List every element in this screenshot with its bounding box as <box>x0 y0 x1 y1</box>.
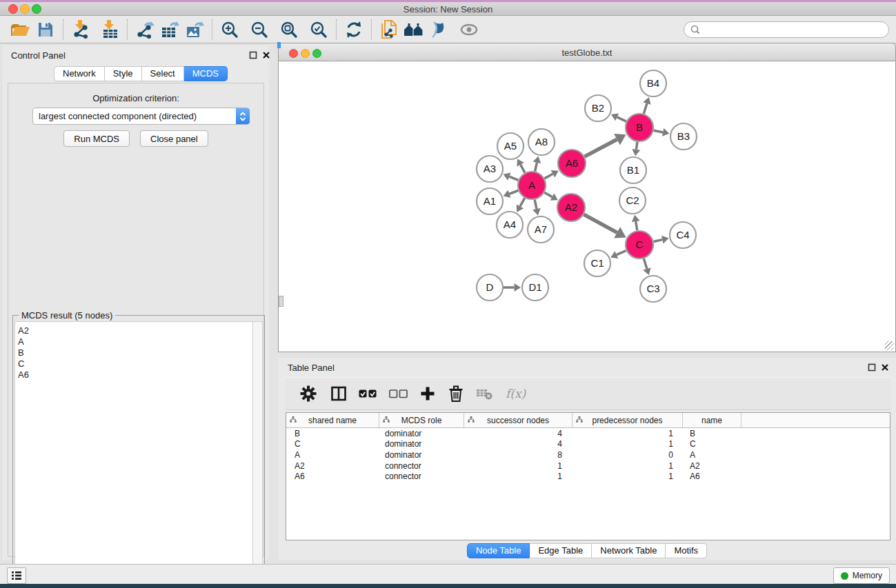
result-item[interactable]: A6 <box>15 369 255 381</box>
graph-edge-A-A8[interactable] <box>535 163 537 172</box>
zoom-in-button[interactable] <box>217 18 242 41</box>
graph-edge-A6-B[interactable] <box>585 139 617 156</box>
delete-column-button[interactable] <box>448 385 464 403</box>
table-tab-node-table[interactable]: Node Table <box>467 543 530 558</box>
save-session-button[interactable] <box>33 18 58 41</box>
toolbar-separator <box>212 19 212 40</box>
resize-grip-icon[interactable] <box>885 341 894 350</box>
graph-edge-A-A2[interactable] <box>544 192 552 196</box>
task-history-button[interactable] <box>7 567 26 584</box>
table-cell: A2 <box>286 461 379 471</box>
import-table-button[interactable] <box>97 18 122 41</box>
graph-edge-A-A6[interactable] <box>544 174 552 179</box>
graph-edge-A-A3[interactable] <box>509 176 518 180</box>
column-header-shared-name[interactable]: shared name <box>286 413 379 427</box>
float-panel-icon[interactable] <box>868 363 876 372</box>
run-mcds-button[interactable]: Run MCDS <box>63 130 130 147</box>
show-graphics-details-button[interactable] <box>457 18 481 41</box>
houses-icon <box>404 21 424 38</box>
graph-node-label-B1: B1 <box>627 164 639 176</box>
graph-edge-B-B2[interactable] <box>617 117 626 121</box>
column-header-successor-nodes[interactable]: successor nodes <box>464 413 573 427</box>
result-item[interactable]: B <box>15 347 255 358</box>
open-session-button[interactable] <box>8 18 33 41</box>
table-row-a[interactable]: Adominator80A <box>286 449 890 460</box>
graph-edge-C-C3[interactable] <box>644 258 647 269</box>
graph-edge-A-A1[interactable] <box>509 190 518 194</box>
graph-edge-B-B4[interactable] <box>644 103 647 114</box>
search-box[interactable] <box>684 21 889 38</box>
table-body: Bdominator41BCdominator41CAdominator80AA… <box>286 428 890 482</box>
result-item[interactable]: A2 <box>15 325 255 336</box>
table-row-b[interactable]: Bdominator41B <box>286 428 890 439</box>
table-tab-network-table[interactable]: Network Table <box>592 543 666 558</box>
zoom-in-icon <box>221 21 239 39</box>
table-cell: 4 <box>464 429 573 438</box>
graph-edge-C-C1[interactable] <box>617 250 626 254</box>
tab-select[interactable]: Select <box>142 66 184 81</box>
graph-edge-A-A5[interactable] <box>521 165 525 173</box>
import-network-button[interactable] <box>68 18 93 41</box>
graph-node-label-D1: D1 <box>528 281 541 293</box>
memory-button[interactable]: Memory <box>833 567 890 584</box>
float-panel-icon[interactable] <box>249 51 257 59</box>
tab-mcds[interactable]: MCDS <box>184 66 228 81</box>
graph-edge-B-B1[interactable] <box>636 142 637 150</box>
column-header-mcds-role[interactable]: MCDS role <box>379 413 464 427</box>
delete-table-button[interactable] <box>476 387 494 401</box>
result-item[interactable]: C <box>15 358 255 369</box>
divider-handle[interactable] <box>279 296 283 307</box>
tab-style[interactable]: Style <box>105 66 142 81</box>
tab-network[interactable]: Network <box>54 66 105 81</box>
graph-edge-A2-C[interactable] <box>584 214 617 232</box>
zoom-out-button[interactable] <box>247 18 272 41</box>
new-network-from-file-button[interactable] <box>377 18 401 41</box>
export-table-icon <box>161 21 179 39</box>
column-layout-button[interactable] <box>330 385 347 402</box>
column-header-predecessor-nodes[interactable]: predecessor nodes <box>573 413 683 427</box>
export-image-button[interactable] <box>182 18 207 41</box>
close-panel-icon[interactable] <box>262 51 270 59</box>
columns-icon <box>330 385 347 402</box>
search-input[interactable] <box>703 23 888 37</box>
table-settings-button[interactable] <box>300 385 317 402</box>
hide-graphics-details-button[interactable] <box>426 18 451 41</box>
function-builder-button[interactable]: f(x) <box>506 387 526 401</box>
graph-edge-B-B3[interactable] <box>654 130 664 132</box>
close-panel-button[interactable]: Close panel <box>140 130 208 147</box>
zoom-selected-button[interactable] <box>306 18 331 41</box>
titlebar[interactable]: Session: New Session <box>0 2 896 16</box>
graph-arrowhead-icon <box>632 149 640 156</box>
table-row-a2[interactable]: A2connector11A2 <box>286 460 890 472</box>
result-item[interactable]: A <box>15 336 255 347</box>
unchecked-boxes-icon <box>389 387 408 400</box>
table-tab-motifs[interactable]: Motifs <box>666 543 707 558</box>
optimization-criterion-dropdown[interactable]: largest connected component (directed) <box>32 108 250 125</box>
export-table-button[interactable] <box>157 18 182 41</box>
zoom-out-icon <box>250 21 268 39</box>
graph-node-label-C3: C3 <box>646 283 659 294</box>
table-row-c[interactable]: Cdominator41C <box>286 439 890 450</box>
refresh-button[interactable] <box>341 18 366 41</box>
network-graph[interactable]: B4B2BB3A8A5A6A3B1AC2A1A2A4A7C4CC1DD1C3 <box>279 61 895 352</box>
graph-edge-A-A7[interactable] <box>535 200 537 210</box>
select-all-columns-button[interactable] <box>359 387 377 400</box>
mcds-result-list[interactable]: A2ABCA6 <box>14 321 255 588</box>
zoom-fit-button[interactable] <box>277 18 301 41</box>
export-network-button[interactable] <box>132 18 157 41</box>
network-canvas[interactable]: B4B2BB3A8A5A6A3B1AC2A1A2A4A7C4CC1DD1C3 <box>278 61 896 352</box>
show-all-networks-button[interactable] <box>401 18 426 41</box>
close-panel-icon[interactable] <box>881 363 889 372</box>
create-column-button[interactable] <box>419 385 436 402</box>
table-tab-edge-table[interactable]: Edge Table <box>530 543 592 558</box>
graph-edge-A-A4[interactable] <box>520 198 525 206</box>
graph-edge-C-C4[interactable] <box>653 240 662 242</box>
import-network-icon <box>72 20 90 39</box>
network-window-titlebar[interactable]: testGlobe.txt <box>278 43 896 61</box>
deselect-all-columns-button[interactable] <box>389 387 408 400</box>
graph-node-label-B2: B2 <box>592 102 604 114</box>
column-header-name[interactable]: name <box>683 413 741 427</box>
result-list-scrollbar[interactable] <box>252 321 263 588</box>
table-row-a6[interactable]: A6connector11A6 <box>286 471 890 482</box>
graph-edge-C-C2[interactable] <box>636 221 637 230</box>
